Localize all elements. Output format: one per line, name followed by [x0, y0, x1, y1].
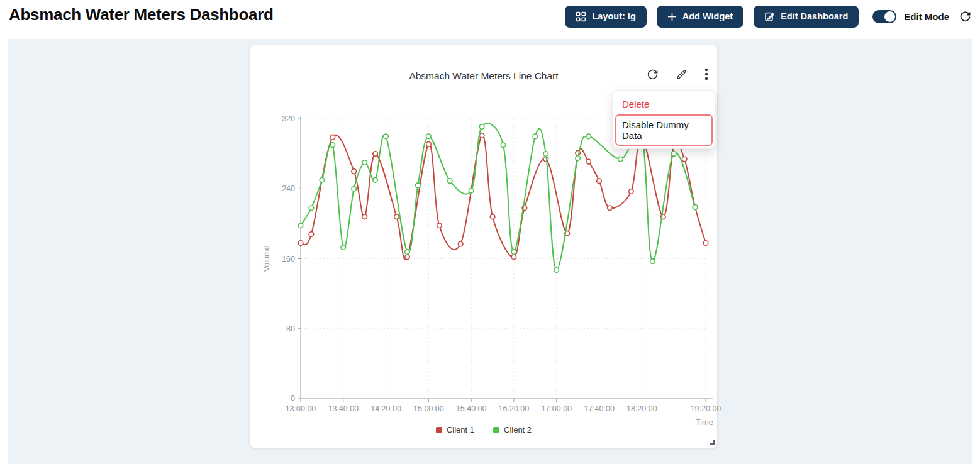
legend-item-client-2[interactable]: Client 2 — [493, 425, 532, 434]
line-chart: 08016024032013:00:0013:40:0014:20:0015:0… — [250, 108, 717, 423]
refresh-dashboard-button[interactable] — [959, 11, 971, 23]
data-point-marker — [703, 241, 708, 246]
data-point-marker — [597, 179, 602, 184]
menu-item-delete[interactable]: Delete — [615, 94, 713, 114]
x-tick-label: 17:00:00 — [541, 404, 572, 413]
data-point-marker — [298, 223, 303, 228]
widget-more-menu-button[interactable] — [704, 68, 708, 80]
data-point-marker — [501, 143, 506, 148]
data-point-marker — [405, 255, 410, 260]
data-point-marker — [352, 169, 357, 174]
layout-button-label: Layout: lg — [592, 11, 635, 21]
x-tick-label: 14:20:00 — [370, 404, 401, 413]
data-point-marker — [373, 152, 378, 157]
add-widget-button[interactable]: Add Widget — [657, 6, 743, 28]
data-point-marker — [554, 268, 559, 273]
chart-legend: Client 1 Client 2 — [250, 425, 717, 434]
layout-grid-icon — [576, 11, 586, 22]
x-tick-label: 13:40:00 — [328, 404, 359, 413]
add-widget-label: Add Widget — [682, 11, 733, 21]
y-tick-label: 80 — [286, 324, 295, 333]
data-point-marker — [479, 124, 484, 130]
data-point-marker — [629, 189, 634, 194]
data-point-marker — [437, 223, 442, 228]
data-point-marker — [618, 157, 623, 162]
data-point-marker — [469, 188, 474, 193]
data-point-marker — [341, 245, 346, 250]
data-point-marker — [405, 250, 410, 255]
widget-refresh-button[interactable] — [647, 69, 659, 80]
x-tick-label: 13:00:00 — [286, 404, 316, 413]
data-point-marker — [458, 241, 463, 246]
data-point-marker — [394, 214, 399, 219]
data-point-marker — [576, 156, 581, 161]
plus-icon — [667, 12, 677, 21]
data-point-marker — [511, 250, 516, 255]
data-point-marker — [309, 232, 314, 237]
client-1-swatch — [436, 427, 442, 433]
page-title: Absmach Water Meters Dashboard — [9, 5, 274, 25]
client-2-swatch — [493, 427, 499, 433]
y-axis-title: Volume — [262, 246, 271, 272]
edit-dashboard-label: Edit Dashboard — [781, 11, 848, 21]
data-point-marker — [309, 206, 314, 211]
data-point-marker — [352, 187, 357, 192]
x-tick-label: 15:40:00 — [456, 404, 487, 413]
header-controls: Layout: lg Add Widget Edit Dashboard — [565, 5, 971, 28]
widget-menu-popup: Delete Disable Dummy Data — [613, 90, 715, 149]
data-point-marker — [426, 134, 432, 139]
data-point-marker — [330, 135, 335, 140]
y-tick-label: 0 — [291, 394, 295, 403]
edit-dashboard-button[interactable]: Edit Dashboard — [754, 6, 859, 28]
data-point-marker — [448, 179, 453, 184]
widget-edit-pencil-button[interactable] — [676, 69, 688, 80]
data-point-marker — [362, 160, 367, 165]
data-point-marker — [373, 178, 378, 183]
x-tick-label: 18:20:00 — [626, 404, 657, 413]
edit-mode-toggle[interactable] — [872, 10, 896, 23]
y-tick-label: 240 — [282, 184, 295, 193]
y-tick-label: 160 — [282, 255, 295, 263]
data-point-marker — [330, 143, 335, 148]
top-header: Absmach Water Meters Dashboard Layout: l… — [0, 0, 980, 39]
x-tick-label: 16:20:00 — [499, 404, 530, 413]
data-point-marker — [693, 205, 698, 210]
legend-label-client-1: Client 1 — [447, 425, 474, 434]
data-point-marker — [543, 152, 548, 157]
data-point-marker — [511, 255, 516, 260]
data-point-marker — [586, 134, 591, 139]
legend-label-client-2: Client 2 — [504, 425, 532, 434]
data-point-marker — [320, 178, 325, 183]
x-tick-label: 15:00:00 — [413, 404, 444, 413]
edit-pencil-square-icon — [764, 11, 775, 22]
data-point-marker — [586, 159, 591, 164]
data-point-marker — [682, 157, 687, 162]
x-tick-label: 17:40:00 — [584, 404, 615, 413]
data-point-marker — [533, 134, 538, 139]
edit-mode-label: Edit Mode — [904, 11, 949, 22]
data-point-marker — [426, 142, 432, 147]
data-point-marker — [384, 134, 389, 139]
toggle-knob — [884, 11, 895, 22]
x-tick-label: 19:20:00 — [691, 404, 721, 413]
data-point-marker — [671, 152, 676, 157]
resize-handle[interactable] — [710, 440, 715, 445]
legend-item-client-1[interactable]: Client 1 — [436, 425, 474, 434]
layout-button[interactable]: Layout: lg — [565, 6, 646, 28]
y-tick-label: 320 — [282, 114, 295, 123]
data-point-marker — [416, 183, 421, 188]
data-point-marker — [362, 214, 367, 219]
data-point-marker — [490, 214, 495, 219]
data-point-marker — [608, 206, 613, 211]
data-point-marker — [298, 241, 303, 246]
menu-item-disable-dummy-data[interactable]: Disable Dummy Data — [615, 114, 713, 146]
data-point-marker — [650, 259, 655, 264]
